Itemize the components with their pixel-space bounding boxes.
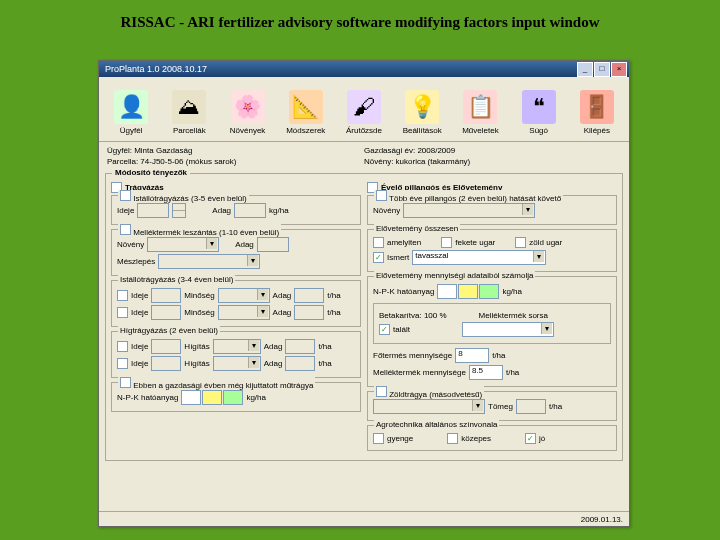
ist2-min-sel2[interactable]	[218, 305, 270, 320]
toolbar-parcellák[interactable]: ⛰Parcellák	[161, 80, 217, 138]
tobb-nov-select[interactable]	[403, 203, 535, 218]
ist2-check1[interactable]	[117, 290, 128, 301]
agro-gyenge[interactable]	[373, 433, 384, 444]
ist2-adag-in2[interactable]	[294, 305, 324, 320]
mellekt-input[interactable]: 8.5	[469, 365, 503, 380]
ist2-ideje-in1[interactable]	[151, 288, 181, 303]
status-date: 2009.01.13.	[581, 515, 623, 524]
zold-tomeg-in[interactable]	[516, 399, 546, 414]
mell-legend: Melléktermék leszántás (1-10 éven belül)	[133, 228, 279, 237]
agro-jo[interactable]	[525, 433, 536, 444]
ist2-check2[interactable]	[117, 307, 128, 318]
toolbar-beállítások[interactable]: 💡Beállítások	[394, 80, 450, 138]
mellek-sorsa-l: Melléktermék sorsa	[479, 311, 548, 320]
toolbar-kilépés[interactable]: 🚪Kilépés	[569, 80, 625, 138]
elov-amely[interactable]	[373, 237, 384, 248]
hig-sel2[interactable]	[213, 356, 261, 371]
betak-group: Betakarítva: 100 %Melléktermék sorsa tal…	[373, 303, 611, 344]
ist2-adag1: Adag	[273, 291, 292, 300]
hig-group: Hígtrágyázás (2 éven belül) IdejeHígítás…	[111, 331, 361, 378]
mellek-group: Melléktermék leszántás (1-10 éven belül)…	[111, 229, 361, 276]
npk2-input[interactable]	[437, 284, 499, 299]
hig-adag2: Adag	[264, 359, 283, 368]
mell-nov-select[interactable]	[147, 237, 219, 252]
ist2-u2: t/ha	[327, 308, 340, 317]
toolbar-növények[interactable]: 🌸Növények	[219, 80, 275, 138]
modosito-legend: Módosító tényezők	[112, 168, 190, 177]
tobb-nov-label: Növény	[373, 206, 400, 215]
mell-mesz-select[interactable]	[158, 254, 260, 269]
ist1-legend: Istállótrágyázás (3-5 éven belül)	[133, 194, 246, 203]
mellekt-u: t/ha	[506, 368, 519, 377]
ist2-adag2: Adag	[273, 308, 292, 317]
mell-nov-label: Növény	[117, 240, 144, 249]
ist1-ideje-label: Ideje	[117, 206, 134, 215]
agro-group: Agrotechnika általános színvonala gyenge…	[367, 425, 617, 451]
ist2-ideje1: Ideje	[131, 291, 148, 300]
ist1-ideje-input[interactable]	[137, 203, 169, 218]
hig-adag-in1[interactable]	[285, 339, 315, 354]
zold-select[interactable]	[373, 399, 485, 414]
elov-fekete[interactable]	[441, 237, 452, 248]
mellekt-l: Melléktermék mennyisége	[373, 368, 466, 377]
hig-adag-in2[interactable]	[285, 356, 315, 371]
betak-label: Betakarítva: 100 %	[379, 311, 447, 320]
titlebar-text: ProPlanta 1.0 2008.10.17	[105, 61, 207, 77]
ist1-adag-input[interactable]	[234, 203, 266, 218]
close-icon[interactable]: ×	[611, 62, 627, 77]
hig-check1[interactable]	[117, 341, 128, 352]
betak-talalt[interactable]	[379, 324, 390, 335]
ist2-min-sel1[interactable]	[218, 288, 270, 303]
zold-check[interactable]	[376, 386, 387, 397]
toolbar-ügyfél[interactable]: 👤Ügyfél	[103, 80, 159, 138]
elov-fekete-l: fekete ugar	[455, 238, 495, 247]
elov-zold[interactable]	[515, 237, 526, 248]
mellek-sorsa-select[interactable]	[462, 322, 554, 337]
fotermes-l: Főtermés mennyisége	[373, 351, 452, 360]
hig-ideje2: Ideje	[131, 359, 148, 368]
hig-ideje-in2[interactable]	[151, 356, 181, 371]
ebben-check[interactable]	[120, 377, 131, 388]
toolbar-árutőzsde[interactable]: 🖌Árutőzsde	[336, 80, 392, 138]
hig-sel1[interactable]	[213, 339, 261, 354]
tobb-legend: Több éve pillangós (2 éven belül) hatásá…	[389, 194, 561, 203]
agro-legend: Agrotechnika általános színvonala	[374, 420, 499, 429]
ebben-legend: Ebben a gazdasági évben még kijuttatott …	[133, 381, 313, 390]
ist2-ideje-in2[interactable]	[151, 305, 181, 320]
fotermes-input[interactable]: 8	[455, 348, 489, 363]
istallo1-group: Istállótrágyázás (3-5 éven belül) IdejeA…	[111, 195, 361, 225]
minimize-icon[interactable]: _	[577, 62, 593, 77]
elov-ismert-select[interactable]: tavasszal	[412, 250, 546, 265]
mell-mesz-label: Mészlepés	[117, 257, 155, 266]
toolbar-súgó[interactable]: ❝Súgó	[511, 80, 567, 138]
noveny-label: Növény:	[364, 157, 393, 166]
zold-legend: Zöldtrágya (másodvetésű)	[389, 390, 482, 399]
toolbar-módszerek[interactable]: 📐Módszerek	[278, 80, 334, 138]
mell-check[interactable]	[120, 224, 131, 235]
tobb-check[interactable]	[376, 190, 387, 201]
maximize-icon[interactable]: □	[594, 62, 610, 77]
hig-ideje-in1[interactable]	[151, 339, 181, 354]
ugyfel-label: Ügyfél:	[107, 146, 132, 155]
mell-adag-label: Adag	[235, 240, 254, 249]
agro-kozepes[interactable]	[447, 433, 458, 444]
npk2-unit: kg/ha	[502, 287, 522, 296]
hig-legend: Hígtrágyázás (2 éven belül)	[120, 326, 218, 335]
noveny-value: kukorica (takarmány)	[396, 157, 471, 166]
ist1-unit: kg/ha	[269, 206, 289, 215]
ist1-spin[interactable]	[172, 203, 186, 218]
ebben-npk-input[interactable]	[181, 390, 243, 405]
toolbar-műveletek[interactable]: 📋Műveletek	[452, 80, 508, 138]
elov-ismert[interactable]	[373, 252, 384, 263]
hig-check2[interactable]	[117, 358, 128, 369]
ist2-adag-in1[interactable]	[294, 288, 324, 303]
tobbeve-group: Több éve pillangós (2 éven belül) hatásá…	[367, 195, 617, 225]
hig-u2: t/ha	[318, 359, 331, 368]
npk2-legend: Elővetemény mennyiségi adataiból számolj…	[376, 271, 533, 280]
elov-npk-group: Elővetemény mennyiségi adataiból számolj…	[367, 276, 617, 387]
ist1-check[interactable]	[120, 190, 131, 201]
agro-gyenge-l: gyenge	[387, 434, 413, 443]
mell-adag-input[interactable]	[257, 237, 289, 252]
elov-amely-l: amelyiten	[387, 238, 421, 247]
hig-u1: t/ha	[318, 342, 331, 351]
